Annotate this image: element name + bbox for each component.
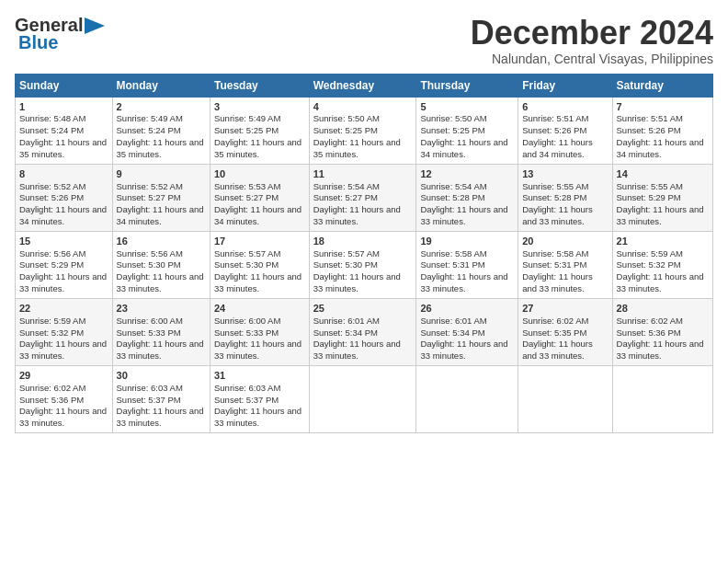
location: Nalundan, Central Visayas, Philippines <box>471 52 713 66</box>
title-section: December 2024 Nalundan, Central Visayas,… <box>471 15 713 66</box>
table-cell <box>612 365 712 432</box>
col-sunday: Sunday <box>16 74 113 97</box>
table-cell: 31Sunrise: 6:03 AMSunset: 5:37 PMDayligh… <box>210 365 310 432</box>
table-cell: 26Sunrise: 6:01 AMSunset: 5:34 PMDayligh… <box>416 298 518 365</box>
table-cell: 28Sunrise: 6:02 AMSunset: 5:36 PMDayligh… <box>612 298 712 365</box>
table-cell: 12Sunrise: 5:54 AMSunset: 5:28 PMDayligh… <box>416 164 518 231</box>
table-cell: 23Sunrise: 6:00 AMSunset: 5:33 PMDayligh… <box>112 298 210 365</box>
table-cell: 30Sunrise: 6:03 AMSunset: 5:37 PMDayligh… <box>112 365 210 432</box>
table-cell: 22Sunrise: 5:59 AMSunset: 5:32 PMDayligh… <box>16 298 113 365</box>
col-friday: Friday <box>518 74 612 97</box>
table-cell: 3Sunrise: 5:49 AMSunset: 5:25 PMDaylight… <box>210 97 310 164</box>
table-cell: 21Sunrise: 5:59 AMSunset: 5:32 PMDayligh… <box>612 231 712 298</box>
table-cell: 2Sunrise: 5:49 AMSunset: 5:24 PMDaylight… <box>112 97 210 164</box>
svg-marker-0 <box>85 17 105 34</box>
col-thursday: Thursday <box>416 74 518 97</box>
table-cell: 29Sunrise: 6:02 AMSunset: 5:36 PMDayligh… <box>16 365 113 432</box>
table-cell: 25Sunrise: 6:01 AMSunset: 5:34 PMDayligh… <box>309 298 416 365</box>
table-cell: 14Sunrise: 5:55 AMSunset: 5:29 PMDayligh… <box>612 164 712 231</box>
table-cell <box>416 365 518 432</box>
table-cell: 19Sunrise: 5:58 AMSunset: 5:31 PMDayligh… <box>416 231 518 298</box>
table-cell: 6Sunrise: 5:51 AMSunset: 5:26 PMDaylight… <box>518 97 612 164</box>
col-tuesday: Tuesday <box>210 74 310 97</box>
table-cell: 5Sunrise: 5:50 AMSunset: 5:25 PMDaylight… <box>416 97 518 164</box>
table-cell: 27Sunrise: 6:02 AMSunset: 5:35 PMDayligh… <box>518 298 612 365</box>
table-cell: 4Sunrise: 5:50 AMSunset: 5:25 PMDaylight… <box>309 97 416 164</box>
logo-arrow-icon <box>85 17 105 34</box>
table-cell: 17Sunrise: 5:57 AMSunset: 5:30 PMDayligh… <box>210 231 310 298</box>
col-monday: Monday <box>112 74 210 97</box>
table-cell: 11Sunrise: 5:54 AMSunset: 5:27 PMDayligh… <box>309 164 416 231</box>
table-cell <box>518 365 612 432</box>
table-cell <box>309 365 416 432</box>
col-wednesday: Wednesday <box>309 74 416 97</box>
table-cell: 7Sunrise: 5:51 AMSunset: 5:26 PMDaylight… <box>612 97 712 164</box>
logo-blue: Blue <box>18 32 58 53</box>
table-cell: 15Sunrise: 5:56 AMSunset: 5:29 PMDayligh… <box>16 231 113 298</box>
table-cell: 13Sunrise: 5:55 AMSunset: 5:28 PMDayligh… <box>518 164 612 231</box>
table-cell: 16Sunrise: 5:56 AMSunset: 5:30 PMDayligh… <box>112 231 210 298</box>
table-cell: 20Sunrise: 5:58 AMSunset: 5:31 PMDayligh… <box>518 231 612 298</box>
logo: General Blue <box>15 15 105 53</box>
month-title: December 2024 <box>471 15 713 52</box>
table-cell: 10Sunrise: 5:53 AMSunset: 5:27 PMDayligh… <box>210 164 310 231</box>
table-cell: 24Sunrise: 6:00 AMSunset: 5:33 PMDayligh… <box>210 298 310 365</box>
col-saturday: Saturday <box>612 74 712 97</box>
table-cell: 18Sunrise: 5:57 AMSunset: 5:30 PMDayligh… <box>309 231 416 298</box>
table-cell: 1Sunrise: 5:48 AMSunset: 5:24 PMDaylight… <box>16 97 113 164</box>
table-cell: 8Sunrise: 5:52 AMSunset: 5:26 PMDaylight… <box>16 164 113 231</box>
table-cell: 9Sunrise: 5:52 AMSunset: 5:27 PMDaylight… <box>112 164 210 231</box>
calendar-table: Sunday Monday Tuesday Wednesday Thursday… <box>15 74 713 433</box>
